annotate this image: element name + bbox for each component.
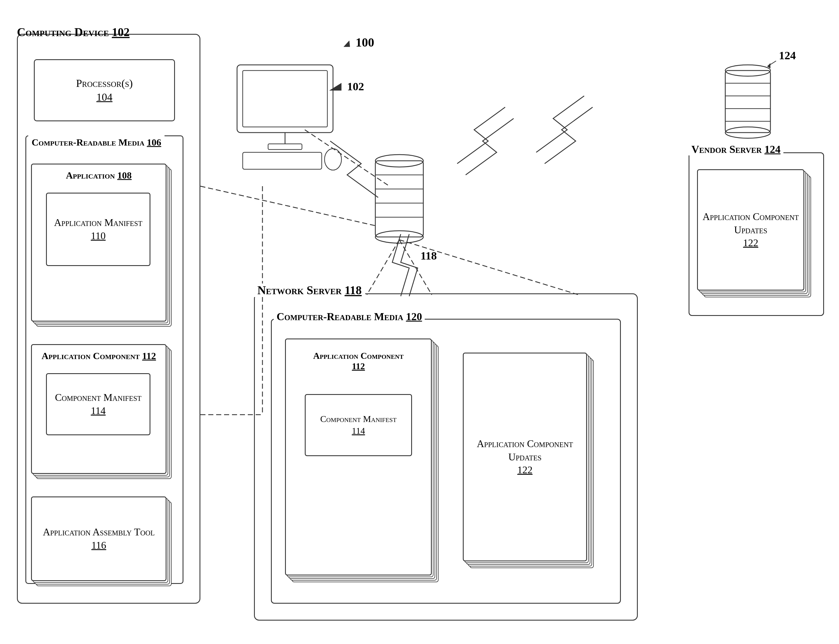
app-manifest-110-box: Application Manifest 110 <box>46 193 150 266</box>
svg-line-0 <box>201 186 375 226</box>
computing-device-ref: 102 <box>112 26 130 39</box>
svg-line-6 <box>399 240 579 295</box>
svg-rect-8 <box>243 71 327 127</box>
svg-rect-11 <box>243 152 322 169</box>
comp-manifest-114-title: Component Manifest 114 <box>55 391 141 417</box>
svg-point-27 <box>725 65 770 76</box>
app-manifest-110-title: Application Manifest 110 <box>54 216 143 243</box>
svg-line-30 <box>768 61 776 66</box>
ns-app-comp-112-title: Application Component 112 <box>313 351 403 371</box>
svg-text:118: 118 <box>421 250 437 262</box>
svg-point-19 <box>375 154 423 167</box>
network-server-label: Network Server 118 <box>254 284 365 297</box>
app-assembly-116-box: Application Assembly Tool 116 <box>31 496 166 581</box>
app-assembly-116-stack: Application Assembly Tool 116 <box>31 496 175 592</box>
svg-rect-7 <box>237 65 333 133</box>
crm-106-title: Computer-Readable Media <box>31 137 145 148</box>
vs-app-updates-122-box: Application Component Updates 122 <box>697 169 804 291</box>
vendor-server-label: Vendor Server 124 <box>689 143 783 155</box>
svg-rect-14 <box>375 161 423 237</box>
svg-line-5 <box>399 240 432 295</box>
ns-app-component-112-stack: Application Component 112 Component Mani… <box>285 338 443 587</box>
svg-text:102: 102 <box>347 80 364 93</box>
processor-box: Processor(s) 104 <box>34 59 175 121</box>
application-108-stack: Application 108 Application Manifest 110 <box>31 164 175 333</box>
svg-text:100: 100 <box>355 36 374 49</box>
ns-app-updates-122-stack: Application Component Updates 122 <box>463 353 598 573</box>
vs-app-updates-122-title: Application Component Updates 122 <box>698 210 803 250</box>
svg-text:124: 124 <box>779 49 796 62</box>
vs-app-updates-122-stack: Application Component Updates 122 <box>697 169 816 302</box>
app-component-112-stack: Application Component 112 Component Mani… <box>31 344 175 485</box>
ns-comp-manifest-114-title: Component Manifest 114 <box>320 413 396 437</box>
app-comp-112-inner-label: Application Component 112 <box>32 345 166 361</box>
ns-app-updates-122-box: Application Component Updates 122 <box>463 353 587 561</box>
app-108-label-inner: Application 108 <box>32 164 166 181</box>
crm-106-label: Computer-Readable Media 106 <box>28 135 165 150</box>
processor-ref: 104 <box>96 91 112 103</box>
svg-point-20 <box>375 231 423 243</box>
crm-106-ref: 106 <box>147 137 161 148</box>
svg-rect-22 <box>725 71 770 133</box>
svg-line-3 <box>305 130 390 186</box>
svg-rect-10 <box>268 144 302 150</box>
comp-manifest-114-box: Component Manifest 114 <box>46 373 150 435</box>
crm-120-label: Computer-Readable Media 120 <box>274 310 425 323</box>
app-component-112-box: Application Component 112 Component Mani… <box>31 344 166 474</box>
application-108-box: Application 108 Application Manifest 110 <box>31 164 166 322</box>
ns-app-component-112-box: Application Component 112 Component Mani… <box>285 338 432 575</box>
diagram: 102 118 124 100 Com <box>0 0 839 644</box>
svg-point-12 <box>324 149 342 170</box>
ns-app-updates-122-title: Application Component Updates 122 <box>464 437 586 477</box>
computing-device-label: Computing Device 102 <box>17 25 130 39</box>
ns-comp-manifest-114-box: Component Manifest 114 <box>305 394 412 456</box>
processor-label: Processor(s) <box>76 77 133 89</box>
computing-device-title: Computing Device <box>17 26 109 39</box>
processor-title: Processor(s) 104 <box>76 76 133 104</box>
svg-point-28 <box>725 127 770 138</box>
app-assembly-116-title: Application Assembly Tool 116 <box>43 526 155 552</box>
svg-line-4 <box>367 240 399 295</box>
